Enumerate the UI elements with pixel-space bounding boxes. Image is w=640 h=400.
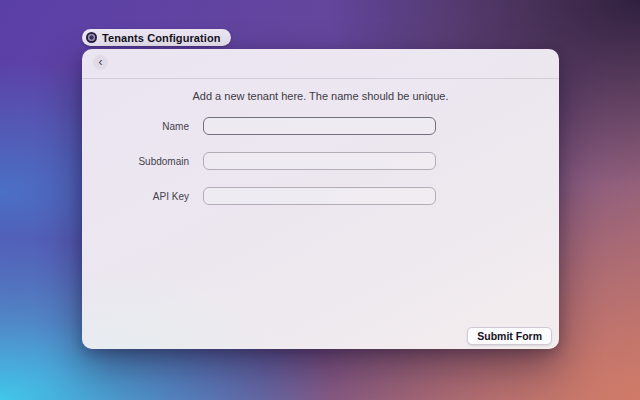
chevron-left-icon: ‹ [99,56,103,68]
tenants-config-window: ‹ Add a new tenant here. The name should… [82,49,559,349]
back-button[interactable]: ‹ [93,55,108,70]
name-label: Name [82,121,189,132]
api-key-input[interactable] [203,187,436,205]
subdomain-label: Subdomain [82,156,189,167]
api-key-label: API Key [82,191,189,202]
submit-form-button[interactable]: Submit Form [467,327,552,345]
name-input[interactable] [203,117,436,135]
window-title-label: Tenants Configuration [102,32,221,44]
form-row-name: Name [82,117,436,135]
subdomain-input[interactable] [203,152,436,170]
form-description: Add a new tenant here. The name should b… [82,89,559,103]
form-row-subdomain: Subdomain [82,152,436,170]
app-logo-icon [86,32,97,43]
form-row-api-key: API Key [82,187,436,205]
desktop-background: Tenants Configuration ‹ Add a new tenant… [0,0,640,400]
window-title-badge[interactable]: Tenants Configuration [82,29,231,46]
window-header: ‹ [82,49,559,79]
